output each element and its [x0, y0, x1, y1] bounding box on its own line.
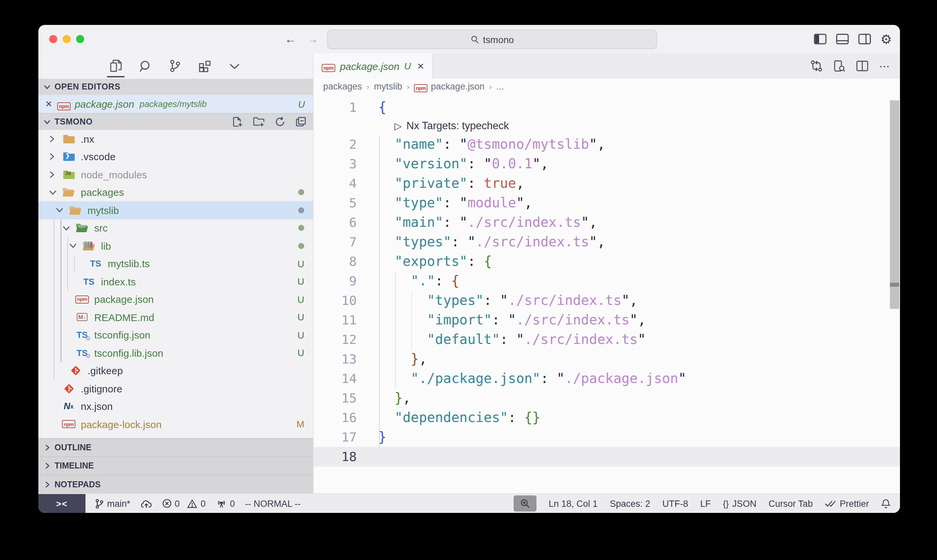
tree-item-mytslib-ts[interactable]: TSmytslib.tsU	[38, 255, 313, 272]
tree-item-package-lock-json[interactable]: npmpackage-lock.jsonM	[38, 415, 313, 433]
code-line-10[interactable]: 10 "types": "./src/index.ts",	[314, 291, 900, 310]
explorer-section-header[interactable]: TSMONO	[38, 113, 313, 130]
command-center-search[interactable]: tsmono	[327, 29, 657, 49]
chevron-down-icon[interactable]	[224, 54, 245, 77]
tree-item-index-ts[interactable]: TSindex.tsU	[38, 272, 313, 291]
outline-section-header[interactable]: OUTLINE	[38, 438, 313, 456]
code-line-17[interactable]: 17}	[314, 428, 900, 447]
new-file-icon[interactable]	[232, 117, 243, 127]
command-center-text: tsmono	[483, 34, 514, 45]
close-icon[interactable]: ✕	[45, 99, 57, 109]
code-line-2[interactable]: 2 "name": "@tsmono/mytslib",	[314, 135, 900, 154]
code-line-8[interactable]: 8 "exports": {	[314, 252, 900, 271]
zoom-indicator[interactable]	[514, 495, 537, 512]
code-line-14[interactable]: 14 "./package.json": "./package.json"	[314, 369, 900, 388]
open-editor-item[interactable]: ✕ npm package.json packages/mytslib U	[38, 95, 313, 113]
code-line-5[interactable]: 5 "type": "module",	[314, 193, 900, 213]
editor-scrollbar[interactable]	[890, 100, 899, 309]
codelens[interactable]: ▷Nx Targets: typecheck	[314, 117, 900, 135]
tree-item--vscode[interactable]: ❯.vscode	[38, 148, 313, 166]
code-editor[interactable]: 1{▷Nx Targets: typecheck2 "name": "@tsmo…	[314, 94, 900, 493]
layout-sidebar-right-icon[interactable]	[858, 34, 871, 45]
tab-package-json[interactable]: npm package.json U ✕	[314, 53, 433, 79]
npm-icon: npm	[75, 294, 89, 306]
code-line-text: "main": "./src/index.ts",	[378, 213, 597, 232]
indent-guide	[411, 291, 412, 350]
code-line-11[interactable]: 11 "import": "./src/index.ts",	[314, 310, 900, 330]
sync-item[interactable]	[140, 499, 152, 508]
code-line-12[interactable]: 12 "default": "./src/index.ts"	[314, 330, 900, 349]
tree-item-tsconfig-lib-json[interactable]: TS⚙tsconfig.lib.jsonU	[38, 344, 313, 362]
layout-panel-icon[interactable]	[836, 34, 849, 45]
tree-item-packages[interactable]: packages	[38, 183, 313, 201]
code-line-16[interactable]: 16 "dependencies": {}	[314, 408, 900, 428]
layout-sidebar-left-icon[interactable]	[814, 34, 826, 45]
tree-item-node-modules[interactable]: JSnode_modules	[38, 166, 313, 183]
language-mode-item[interactable]: {} JSON	[723, 498, 756, 509]
encoding-item[interactable]: UTF-8	[662, 498, 688, 509]
close-icon[interactable]: ✕	[417, 61, 425, 71]
new-folder-icon[interactable]	[253, 117, 265, 127]
source-control-icon[interactable]	[165, 54, 185, 77]
breadcrumb-item[interactable]: packages	[323, 82, 362, 92]
code-line-13[interactable]: 13 },	[314, 349, 900, 369]
remote-indicator[interactable]: ><	[38, 494, 86, 513]
run-icon[interactable]: ▷	[394, 117, 402, 135]
notepads-section-header[interactable]: NOTEPADS	[38, 474, 313, 493]
ports-item[interactable]: 0	[216, 498, 235, 509]
code-line-4[interactable]: 4 "private": true,	[314, 174, 900, 193]
branch-item[interactable]: main*	[95, 498, 130, 509]
timeline-section-header[interactable]: TIMELINE	[38, 456, 313, 474]
code-line-7[interactable]: 7 "types": "./src/index.ts",	[314, 232, 900, 252]
breadcrumb-item[interactable]: package.json	[431, 82, 484, 92]
breadcrumb-separator: ›	[367, 82, 369, 91]
tree-item-nx-json[interactable]: Nxnx.json	[38, 397, 313, 415]
code-line-3[interactable]: 3 "version": "0.0.1",	[314, 154, 900, 174]
collapse-all-icon[interactable]	[295, 117, 306, 127]
open-editors-label: OPEN EDITORS	[54, 82, 120, 92]
breadcrumb-item[interactable]: ...	[497, 82, 504, 92]
breadcrumb-item[interactable]: mytslib	[374, 82, 402, 92]
files-icon[interactable]	[106, 54, 126, 77]
line-number: 16	[314, 408, 357, 428]
tree-item--nx[interactable]: .nx	[38, 130, 313, 148]
search-editor-icon[interactable]	[833, 60, 845, 72]
tree-item-package-json[interactable]: npmpackage.jsonU	[38, 291, 313, 308]
sidebar: OPEN EDITORS ✕ npm package.json packages…	[38, 53, 314, 493]
eol-item[interactable]: LF	[700, 498, 711, 509]
open-changes-icon[interactable]	[811, 60, 823, 72]
zoom-window-button[interactable]	[76, 35, 84, 43]
more-actions-icon[interactable]: ⋯	[879, 60, 891, 72]
tree-item--gitkeep[interactable]: .gitkeep	[38, 362, 313, 380]
tree-item-lib[interactable]: lib	[38, 237, 313, 255]
settings-gear-icon[interactable]: ⚙	[880, 31, 892, 47]
tree-item-readme-md[interactable]: M↓README.mdU	[38, 308, 313, 326]
code-line-18[interactable]: 18	[314, 447, 900, 466]
search-icon[interactable]	[135, 54, 155, 77]
split-editor-icon[interactable]	[856, 61, 868, 71]
code-line-6[interactable]: 6 "main": "./src/index.ts",	[314, 213, 900, 232]
forward-arrow-icon[interactable]: →	[307, 33, 318, 45]
md-icon: M↓	[75, 311, 89, 323]
cursor-position-item[interactable]: Ln 18, Col 1	[549, 498, 598, 509]
refresh-icon[interactable]	[275, 117, 285, 127]
back-arrow-icon[interactable]: ←	[285, 33, 296, 45]
tree-item-src[interactable]: </>src	[38, 219, 313, 237]
open-editors-header[interactable]: OPEN EDITORS	[38, 79, 313, 95]
indentation-item[interactable]: Spaces: 2	[610, 498, 650, 509]
code-line-9[interactable]: 9 ".": {	[314, 271, 900, 291]
git-change-dot-badge	[298, 189, 304, 195]
vim-mode-item[interactable]: -- NORMAL --	[245, 498, 301, 509]
problems-item[interactable]: 0 0	[162, 498, 206, 509]
tab-completion-item[interactable]: Cursor Tab	[768, 498, 813, 509]
close-window-button[interactable]	[49, 35, 57, 43]
minimize-window-button[interactable]	[63, 35, 71, 43]
extensions-icon[interactable]	[195, 54, 215, 77]
tree-item-mytslib[interactable]: mytslib	[38, 201, 313, 219]
formatter-item[interactable]: Prettier	[825, 498, 869, 509]
bell-icon[interactable]	[881, 498, 891, 509]
code-line-1[interactable]: 1{	[314, 98, 900, 117]
code-line-15[interactable]: 15 },	[314, 388, 900, 408]
tree-item-tsconfig-json[interactable]: TS⚙tsconfig.jsonU	[38, 326, 313, 344]
tree-item--gitignore[interactable]: .gitignore	[38, 380, 313, 397]
